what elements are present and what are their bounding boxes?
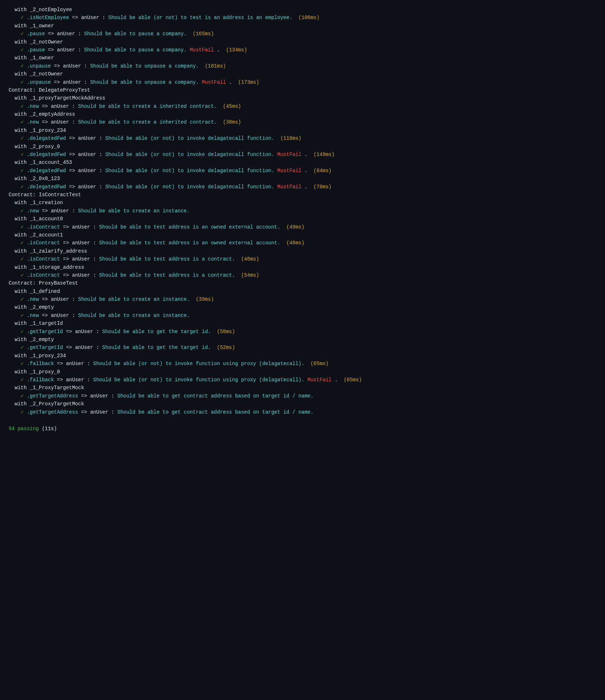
terminal-text: ✓	[21, 31, 27, 37]
terminal-text: .fallback	[27, 377, 54, 383]
terminal-line: ✓ .getTargetId => anUser : Should be abl…	[9, 328, 596, 336]
terminal-text: 94 passing	[9, 426, 39, 432]
terminal-text: ✓	[21, 377, 27, 383]
terminal-output: with _2_notEmployee ✓ .isNotEmployee => …	[9, 6, 596, 433]
terminal-text: Should be able to create an instance.	[78, 313, 190, 318]
terminal-text: (65ms)	[310, 361, 328, 367]
terminal-text: => anUser :	[39, 103, 78, 109]
terminal-line: ✓ .delegatedFwd => anUser : Should be ab…	[9, 134, 596, 142]
terminal-text: Should be able to get contract address b…	[117, 409, 314, 415]
terminal-text: with _2_emptyAddress	[15, 111, 75, 117]
terminal-line: ✓ .unpause => anUser : Should be able to…	[9, 62, 596, 70]
terminal-text: ✓	[21, 240, 27, 246]
terminal-text: => anUser :	[39, 208, 78, 214]
terminal-text: with _1_proxy_234	[15, 128, 66, 133]
terminal-text: MustFail	[308, 377, 332, 383]
terminal-text: MustFail	[277, 184, 301, 190]
terminal-text: => anUser :	[60, 256, 99, 262]
terminal-text: ✓	[21, 63, 27, 69]
terminal-text: ✓	[21, 184, 27, 190]
terminal-text: .delegatedFwd	[27, 135, 66, 141]
terminal-text: (54ms)	[241, 272, 259, 278]
terminal-text: Should be able to get the target id.	[102, 345, 211, 350]
terminal-text: ✓	[21, 47, 27, 53]
terminal-text: with _1_storage_address	[15, 264, 84, 270]
terminal-text: .	[214, 47, 226, 53]
terminal-text: Should be able to pause a company.	[84, 47, 190, 53]
terminal-line: ✓ .new => anUser : Should be able to cre…	[9, 207, 596, 215]
terminal-text: .new	[27, 103, 39, 109]
terminal-text: (49ms)	[286, 224, 304, 230]
terminal-text: Should be able to get the target id.	[102, 329, 211, 335]
terminal-text: .delegatedFwd	[27, 184, 66, 190]
terminal-text: Should be able to test address is a cont…	[99, 256, 235, 262]
terminal-text: => anUser :	[54, 361, 93, 367]
terminal-text: (52ms)	[217, 345, 235, 350]
terminal-text: ✓	[21, 329, 27, 335]
terminal-text: with _2_0x0_123	[15, 176, 60, 181]
terminal-text: Contract: DelegateProxyTest	[9, 87, 90, 93]
terminal-line: with _2_0x0_123	[9, 175, 596, 183]
terminal-text	[211, 329, 217, 335]
terminal-text: Should be able to get contract address b…	[117, 393, 314, 399]
terminal-text: => anUser :	[54, 377, 93, 383]
terminal-text: Should be able (or not) to invoke delaga…	[105, 152, 277, 157]
terminal-line: with _2_account1	[9, 231, 596, 239]
terminal-text: Should be able (or not) to invoke delaga…	[105, 184, 277, 190]
terminal-text: .	[226, 79, 238, 85]
terminal-text: => anUser :	[39, 119, 78, 125]
terminal-text	[280, 224, 286, 230]
terminal-text: (78ms)	[314, 184, 332, 190]
terminal-line: with _2_notOwner	[9, 38, 596, 46]
terminal-line: ✓ .new => anUser : Should be able to cre…	[9, 312, 596, 319]
terminal-line: Contract: IsContractTest	[9, 191, 596, 199]
terminal-text	[235, 256, 241, 262]
terminal-line: with _1_proxy_234	[9, 352, 596, 360]
terminal-line: with _1_defined	[9, 287, 596, 295]
terminal-text: with _2_notOwner	[15, 71, 63, 77]
terminal-line: ✓ .new => anUser : Should be able to cre…	[9, 118, 596, 126]
terminal-text: with _2_empty	[15, 337, 54, 342]
terminal-text: Contract: ProxyBaseTest	[9, 280, 78, 286]
terminal-text: with _2_notOwner	[15, 39, 63, 45]
terminal-text: Should be able (or not) to invoke functi…	[93, 377, 308, 383]
terminal-text	[292, 15, 299, 20]
terminal-line: with _1_storage_address	[9, 263, 596, 271]
terminal-text: (38ms)	[223, 119, 241, 125]
terminal-text: .getTargetId	[27, 329, 63, 335]
terminal-text: (134ms)	[226, 47, 247, 53]
terminal-text: with _2_ProxyTargetMock	[15, 401, 84, 407]
terminal-line: with _1_zalarify_address	[9, 247, 596, 255]
terminal-text: Should be able (or not) to invoke delaga…	[105, 135, 274, 141]
terminal-text: Should be able to create a inherited con…	[78, 103, 217, 109]
terminal-text	[304, 361, 310, 367]
terminal-text: (84ms)	[314, 168, 332, 174]
terminal-text: Should be able to pause a company.	[84, 31, 187, 37]
terminal-text: with _2_empty	[15, 304, 54, 310]
terminal-line: ✓ .isContract => anUser : Should be able…	[9, 223, 596, 231]
terminal-text: Should be able to test address is a cont…	[99, 272, 235, 278]
terminal-text: ✓	[21, 345, 27, 350]
terminal-text: with _1_account_453	[15, 160, 72, 165]
terminal-text: with _1_proxyTargetMockAddress	[15, 95, 105, 101]
terminal-text: with _1_ProxyTargetMock	[15, 385, 84, 391]
terminal-line: ✓ .new => anUser : Should be able to cre…	[9, 295, 596, 303]
terminal-text: => anUser :	[39, 296, 78, 302]
terminal-text: => anUser :	[66, 184, 105, 190]
terminal-text: .	[332, 377, 344, 383]
terminal-line: with _2_empty	[9, 303, 596, 311]
terminal-text: .new	[27, 296, 39, 302]
terminal-line: Contract: ProxyBaseTest	[9, 279, 596, 287]
terminal-text: (45ms)	[223, 103, 241, 109]
terminal-text: .delegatedFwd	[27, 168, 66, 174]
terminal-text: .isNotEmployee	[27, 15, 69, 20]
terminal-line: with _2_empty	[9, 336, 596, 344]
terminal-text: .pause	[27, 31, 45, 37]
terminal-text: with _1_creation	[15, 200, 63, 206]
terminal-line: ✓ .delegatedFwd => anUser : Should be ab…	[9, 151, 596, 158]
terminal-text: (46ms)	[241, 256, 259, 262]
terminal-text: Contract: IsContractTest	[9, 192, 81, 198]
terminal-line: with _1_owner	[9, 22, 596, 30]
terminal-text: ✓	[21, 152, 27, 157]
terminal-text: Should be able (or not) to test is an ad…	[108, 15, 292, 20]
